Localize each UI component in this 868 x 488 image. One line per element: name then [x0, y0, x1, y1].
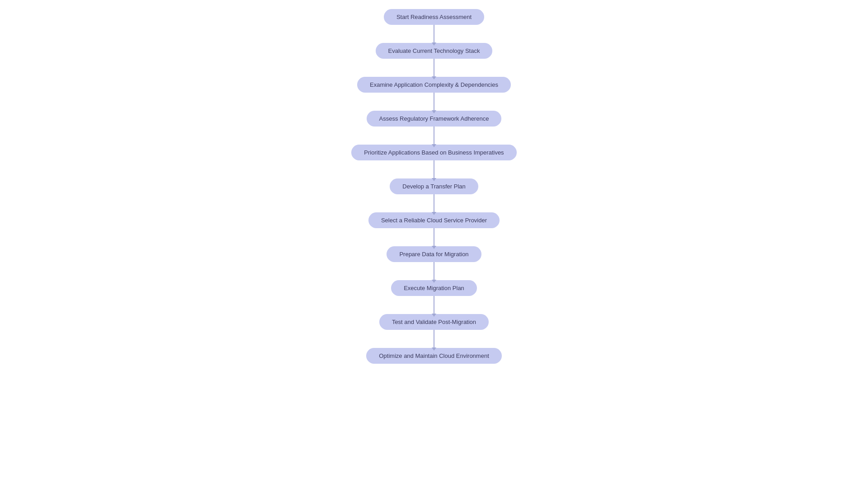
- arrow-connector-1: [434, 59, 434, 77]
- arrow-connector-2: [434, 93, 434, 111]
- flow-node-start-readiness: Start Readiness Assessment: [384, 9, 484, 25]
- node-wrapper-develop-transfer: Develop a Transfer Plan: [298, 178, 570, 212]
- arrow-connector-0: [434, 25, 434, 43]
- node-wrapper-execute-migration: Execute Migration Plan: [298, 280, 570, 314]
- node-wrapper-prepare-data: Prepare Data for Migration: [298, 246, 570, 280]
- arrow-connector-4: [434, 160, 434, 178]
- node-wrapper-evaluate-tech: Evaluate Current Technology Stack: [298, 43, 570, 77]
- arrow-connector-9: [434, 330, 434, 348]
- node-wrapper-examine-app: Examine Application Complexity & Depende…: [298, 77, 570, 111]
- arrow-connector-6: [434, 228, 434, 246]
- arrow-connector-5: [434, 194, 434, 212]
- flowchart: Start Readiness AssessmentEvaluate Curre…: [298, 0, 570, 382]
- node-wrapper-test-validate: Test and Validate Post-Migration: [298, 314, 570, 348]
- arrow-connector-8: [434, 296, 434, 314]
- node-wrapper-start-readiness: Start Readiness Assessment: [298, 9, 570, 43]
- arrow-connector-7: [434, 262, 434, 280]
- node-wrapper-prioritize-apps: Prioritize Applications Based on Busines…: [298, 145, 570, 178]
- node-wrapper-assess-regulatory: Assess Regulatory Framework Adherence: [298, 111, 570, 145]
- node-wrapper-select-provider: Select a Reliable Cloud Service Provider: [298, 212, 570, 246]
- arrow-connector-3: [434, 127, 434, 145]
